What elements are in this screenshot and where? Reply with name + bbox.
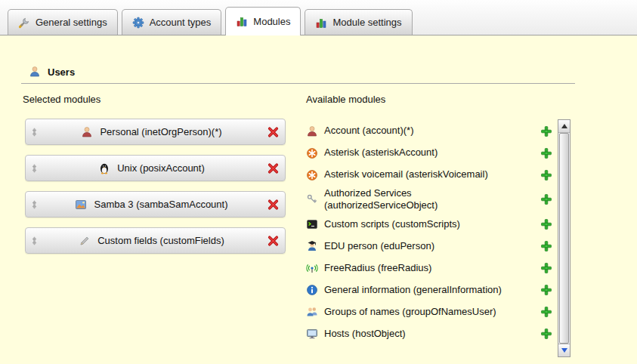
- available-module-row: Account (account)(*): [306, 120, 557, 142]
- selected-module-label: Samba 3 (sambaSamAccount): [94, 199, 227, 210]
- selected-module-label: Custom fields (customFields): [97, 235, 224, 246]
- pencil-icon: [79, 235, 91, 247]
- host-icon: [306, 328, 318, 340]
- modules-chart-icon: [315, 17, 327, 29]
- modules-chart-icon: [236, 15, 248, 27]
- user-icon: [29, 66, 41, 78]
- available-module-row: Asterisk (asteriskAccount): [306, 142, 557, 164]
- add-module-button[interactable]: [540, 147, 552, 159]
- section-header: Users: [29, 66, 75, 78]
- drag-handle-icon[interactable]: [29, 199, 39, 209]
- available-module-label: Asterisk (asteriskAccount): [318, 147, 523, 159]
- selected-module-row[interactable]: Unix (posixAccount): [25, 155, 286, 181]
- remove-module-button[interactable]: [267, 125, 280, 138]
- selected-module-row[interactable]: Samba 3 (sambaSamAccount): [25, 191, 286, 217]
- remove-module-button[interactable]: [267, 198, 280, 211]
- scroll-down-icon: [561, 348, 567, 353]
- add-module-button[interactable]: [540, 169, 552, 181]
- tab-account-types[interactable]: Account types: [122, 9, 222, 35]
- available-module-label: FreeRadius (freeRadius): [318, 262, 523, 274]
- available-module-label: Hosts (hostObject): [318, 328, 523, 340]
- available-module-row: FreeRadius (freeRadius): [306, 258, 557, 279]
- add-module-button[interactable]: [540, 218, 552, 230]
- selected-modules-heading: Selected modules: [23, 94, 100, 105]
- wrench-icon: [18, 17, 30, 29]
- tabbar: General settings Account types Modules M…: [0, 0, 637, 35]
- available-module-row: Authorized Services (authorizedServiceOb…: [306, 186, 557, 214]
- available-module-label: Authorized Services (authorizedServiceOb…: [318, 187, 523, 212]
- add-module-button[interactable]: [540, 193, 552, 205]
- penguin-icon: [98, 162, 110, 174]
- group-icon: [306, 306, 318, 318]
- add-module-button[interactable]: [540, 328, 552, 340]
- keys-icon: [306, 193, 318, 205]
- edu-person-icon: [306, 240, 318, 252]
- samba-picture-icon: [75, 199, 87, 211]
- add-module-button[interactable]: [540, 306, 552, 318]
- available-module-row: Asterisk voicemail (asteriskVoicemail): [306, 164, 557, 186]
- selected-module-label: Personal (inetOrgPerson)(*): [100, 126, 221, 137]
- available-module-label: General information (generalInformation): [318, 284, 523, 296]
- available-module-row: Custom scripts (customScripts): [306, 214, 557, 236]
- asterisk-icon: [306, 147, 318, 159]
- section-divider: [21, 83, 575, 84]
- terminal-icon: [306, 218, 318, 230]
- available-module-row: Hosts (hostObject): [306, 323, 557, 345]
- scroll-down-button[interactable]: [558, 344, 570, 356]
- remove-module-button[interactable]: [267, 162, 280, 174]
- info-icon: [306, 284, 318, 296]
- scroll-up-button[interactable]: [558, 120, 570, 133]
- section-title: Users: [48, 66, 75, 78]
- person-icon: [81, 126, 93, 138]
- tab-general-settings[interactable]: General settings: [8, 9, 118, 35]
- drag-handle-icon[interactable]: [29, 163, 39, 173]
- available-modules-heading: Available modules: [306, 94, 385, 105]
- remove-module-button[interactable]: [267, 234, 280, 247]
- available-module-row: General information (generalInformation): [306, 279, 557, 301]
- available-modules-list: Account (account)(*) Asterisk (asteriskA…: [306, 120, 557, 345]
- scrollbar-thumb[interactable]: [559, 133, 569, 344]
- available-module-label: EDU person (eduPerson): [318, 240, 523, 252]
- add-module-button[interactable]: [540, 125, 552, 137]
- antenna-icon: [306, 262, 318, 274]
- selected-module-label: Unix (posixAccount): [117, 162, 205, 174]
- available-modules-scrollbar[interactable]: [558, 119, 571, 357]
- add-module-button[interactable]: [540, 262, 552, 274]
- tab-module-settings[interactable]: Module settings: [305, 9, 412, 35]
- tab-modules[interactable]: Modules: [225, 7, 301, 35]
- drag-handle-icon[interactable]: [29, 127, 39, 137]
- selected-modules-list: Personal (inetOrgPerson)(*) Unix (posixA…: [25, 119, 286, 264]
- asterisk-icon: [306, 169, 318, 181]
- selected-module-row[interactable]: Personal (inetOrgPerson)(*): [25, 119, 286, 145]
- available-module-row: Groups of names (groupOfNamesUser): [306, 301, 557, 323]
- add-module-button[interactable]: [540, 240, 552, 252]
- available-module-label: Account (account)(*): [318, 125, 523, 137]
- add-module-button[interactable]: [540, 284, 552, 296]
- scroll-up-icon: [561, 124, 567, 128]
- available-module-label: Asterisk voicemail (asteriskVoicemail): [318, 168, 523, 180]
- gear-icon: [132, 17, 144, 29]
- available-module-label: Custom scripts (customScripts): [318, 218, 523, 230]
- selected-module-row[interactable]: Custom fields (customFields): [25, 227, 286, 254]
- drag-handle-icon[interactable]: [29, 236, 39, 245]
- available-module-row: EDU person (eduPerson): [306, 236, 557, 258]
- available-module-label: Groups of names (groupOfNamesUser): [318, 306, 523, 318]
- person-icon: [306, 125, 318, 137]
